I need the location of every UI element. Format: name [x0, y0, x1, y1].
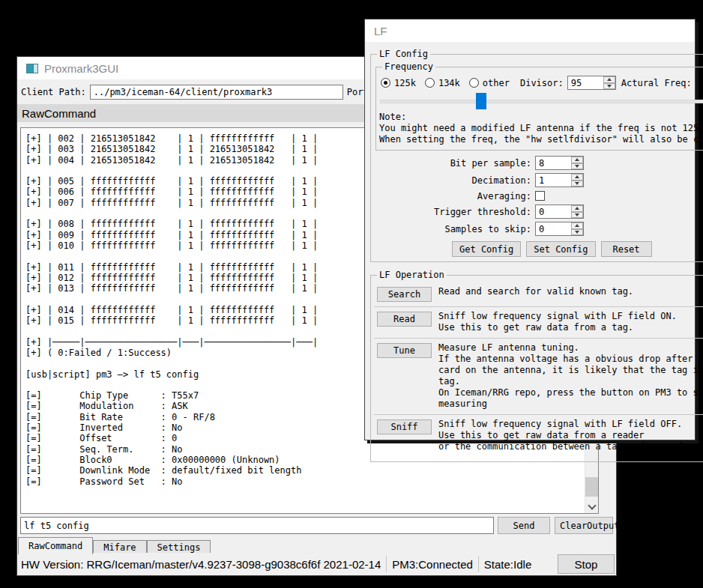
- radio-dot-icon: [425, 78, 435, 88]
- actual-freq-text: Actural Freq: 125.000kHz: [621, 78, 703, 88]
- freq-slider[interactable]: [380, 92, 703, 111]
- read-description: Sniff low frequency signal with LF field…: [438, 311, 677, 333]
- spin-up-icon[interactable]: [571, 174, 583, 181]
- radio-dot-icon: [381, 78, 390, 88]
- lf-dialog-title: LF: [374, 25, 387, 37]
- client-path-input[interactable]: [90, 85, 343, 100]
- status-separator: [386, 556, 387, 572]
- samples-to-skip-spinbox[interactable]: 0: [535, 222, 584, 236]
- read-operation-row: Read Sniff low frequency signal with LF …: [374, 306, 703, 338]
- frequency-group: Frequency 125k 134k other Divisor:: [375, 61, 703, 151]
- app-icon: [26, 64, 38, 73]
- decimation-value: 1: [536, 174, 571, 187]
- clearoutput-button[interactable]: ClearOutput: [555, 517, 613, 534]
- scroll-down-icon[interactable]: [585, 500, 598, 513]
- lf-dialog: LF LF Config Frequency 125k 134k: [364, 19, 696, 440]
- tab-rawcommand[interactable]: RawCommand: [18, 537, 93, 554]
- decimation-label: Decimation:: [432, 175, 531, 186]
- hw-version-text: HW Version: RRG/Iceman/master/v4.9237-30…: [21, 558, 381, 571]
- radio-other-label: other: [483, 78, 510, 88]
- spin-up-icon[interactable]: [571, 205, 583, 212]
- bit-per-sample-row: Bit per sample: 8: [432, 156, 703, 170]
- trigger-threshold-label: Trigger threshold:: [432, 207, 531, 217]
- search-operation-row: Search Read and search for valid known t…: [374, 282, 703, 306]
- averaging-checkbox[interactable]: [535, 191, 545, 201]
- pm3-status-text: PM3:Connected: [392, 558, 473, 571]
- bit-per-sample-value: 8: [536, 157, 571, 169]
- status-bar: HW Version: RRG/Iceman/master/v4.9237-30…: [17, 553, 616, 575]
- spin-down-icon[interactable]: [571, 229, 583, 236]
- freq-slider-handle[interactable]: [476, 93, 486, 109]
- set-config-button[interactable]: Set Config: [526, 241, 595, 257]
- tune-button[interactable]: Tune: [377, 343, 432, 358]
- divisor-value: 95: [568, 76, 603, 89]
- decimation-spinbox[interactable]: 1: [535, 173, 584, 187]
- sniff-operation-row: Sniff Sniff low frequency signal with LF…: [374, 414, 703, 457]
- tab-label: Mifare: [103, 542, 136, 553]
- trigger-threshold-value: 0: [536, 205, 571, 218]
- spin-up-icon[interactable]: [571, 157, 583, 163]
- search-description: Read and search for valid known tag.: [438, 286, 633, 302]
- lf-operation-legend: LF Operation: [377, 270, 447, 280]
- get-config-button[interactable]: Get Config: [452, 241, 521, 257]
- scrollbar-thumb[interactable]: [585, 477, 598, 497]
- search-button[interactable]: Search: [377, 287, 432, 302]
- spin-down-icon[interactable]: [603, 83, 615, 90]
- radio-125k[interactable]: 125k: [381, 78, 416, 88]
- tune-description: Measure LF antenna tuning. If the antenn…: [438, 342, 703, 410]
- frequency-legend: Frequency: [382, 61, 435, 72]
- lf-settings: Bit per sample: 8 Decimation: 1: [432, 156, 703, 236]
- radio-125k-label: 125k: [394, 78, 416, 88]
- bit-per-sample-spinbox[interactable]: 8: [535, 156, 584, 170]
- radio-134k[interactable]: 134k: [425, 78, 460, 88]
- state-text: State:Idle: [484, 558, 531, 571]
- tab-label: Settings: [157, 542, 201, 553]
- lf-operation-group: LF Operation Search Read and search for …: [370, 270, 703, 462]
- note-text: Note: You might need a modified LF anten…: [379, 112, 703, 145]
- bit-per-sample-label: Bit per sample:: [432, 158, 531, 169]
- stop-button[interactable]: Stop: [558, 554, 615, 574]
- lf-config-group: LF Config Frequency 125k 134k other: [370, 49, 703, 262]
- bottom-tabbar: RawCommand Mifare Settings: [18, 537, 211, 554]
- lf-dialog-titlebar[interactable]: LF: [365, 19, 695, 42]
- samples-to-skip-row: Samples to skip: 0: [432, 222, 703, 236]
- client-path-label: Client Path:: [21, 87, 86, 97]
- lf-dialog-body: LF Config Frequency 125k 134k other: [365, 42, 695, 440]
- read-button[interactable]: Read: [377, 312, 432, 327]
- radio-134k-label: 134k: [438, 78, 460, 88]
- radio-dot-icon: [469, 78, 479, 88]
- reset-button[interactable]: Reset: [601, 241, 652, 257]
- averaging-label: Averaging:: [432, 191, 531, 201]
- main-window-title: Proxmark3GUI: [44, 62, 118, 75]
- status-separator: [478, 556, 479, 572]
- tune-operation-row: Tune Measure LF antenna tuning. If the a…: [374, 338, 703, 414]
- samples-to-skip-value: 0: [536, 222, 571, 235]
- lf-config-legend: LF Config: [377, 49, 430, 59]
- samples-to-skip-label: Samples to skip:: [432, 224, 531, 234]
- spin-down-icon[interactable]: [571, 212, 583, 219]
- divisor-spinbox[interactable]: 95: [567, 76, 616, 90]
- spin-down-icon[interactable]: [571, 181, 583, 187]
- decimation-row: Decimation: 1: [432, 173, 703, 187]
- radio-other[interactable]: other: [469, 78, 510, 88]
- slider-groove: [380, 100, 703, 103]
- spin-up-icon[interactable]: [571, 222, 583, 229]
- command-input[interactable]: [20, 517, 494, 534]
- tab-label: RawCommand: [28, 541, 82, 551]
- sniff-description: Sniff low frequency signal with LF field…: [438, 419, 699, 452]
- sniff-button[interactable]: Sniff: [377, 419, 432, 434]
- config-buttons-row: Get Config Set Config Reset: [452, 241, 703, 257]
- spin-up-icon[interactable]: [603, 76, 615, 83]
- send-button[interactable]: Send: [498, 517, 550, 534]
- frequency-radio-row: 125k 134k other Divisor: 95: [379, 74, 703, 90]
- trigger-threshold-spinbox[interactable]: 0: [535, 204, 584, 219]
- averaging-row: Averaging:: [432, 190, 703, 201]
- trigger-threshold-row: Trigger threshold: 0: [432, 204, 703, 219]
- divisor-label: Divisor:: [520, 78, 564, 88]
- spin-down-icon[interactable]: [571, 163, 583, 170]
